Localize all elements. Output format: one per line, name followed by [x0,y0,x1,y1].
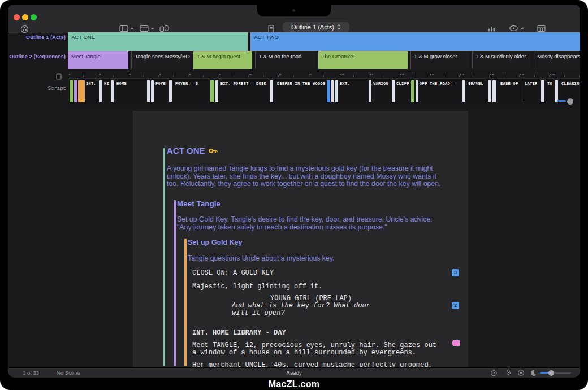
scene-bar[interactable] [335,80,338,102]
dialogue-line[interactable]: will it open? [232,309,285,317]
sequence-block-label: Meet Tangle [71,53,101,59]
scene-heading-line[interactable]: INT. HOME LIBRARY - DAY [192,329,286,337]
act-heading[interactable]: ACT ONE [167,146,218,155]
timer-icon[interactable] [490,369,498,376]
scene-bar[interactable] [488,80,491,102]
script-scene-strip[interactable]: INT.KIHOMEFOYEFOYER - SEXT. FOREST - DUS… [68,78,580,105]
sequence-block[interactable]: T & M begin quest [193,51,252,69]
sequence-block-label: Tangle sees Mossy/BOOM [135,53,190,59]
outline-selector-value: Outline 1 (Acts) [291,24,334,31]
zoom-window-button[interactable] [31,14,37,20]
act-block[interactable]: ACT TWO [250,32,580,51]
synopsis-line: Set up Gold Key. Tangle's desire to find… [177,216,433,224]
sequence-block[interactable]: Mossy disappears [534,51,580,69]
camera-dot [292,9,295,12]
action-line[interactable]: Meet TANGLE, 12, precocious eyes, unruly… [192,341,436,349]
shot-line[interactable]: CLOSE ON: A GOLD KEY [192,269,274,277]
act-block-label: ACT TWO [254,34,278,40]
scene-heading-label: LATER [525,81,538,86]
beat-synopsis[interactable]: Tangle questions Uncle about a mysteriou… [188,255,335,263]
scene-bar[interactable] [99,80,102,102]
ruler-ticks [68,75,580,77]
beat-heading[interactable]: Set up Gold Key [188,239,243,246]
sequence-block[interactable]: The Creature! [318,51,408,69]
scene-bar[interactable] [369,80,371,102]
index-cards-icon[interactable] [159,25,169,32]
sequence-block-label: The Creature! [322,53,355,59]
scene-bar[interactable] [524,80,524,102]
sequence-block[interactable]: T & M on the road [255,51,315,69]
scene-heading-label: CLIFF [396,81,409,86]
timeline-script-row: Script INT.KIHOMEFOYEFOYER - SEXT. FORES… [8,78,580,105]
minimize-window-button[interactable] [22,14,28,20]
stats-chart-button[interactable] [487,25,496,32]
scene-bar[interactable] [462,80,465,102]
act-color-bar [163,148,165,366]
editor-area: ACT ONE A young girl named Tangle longs … [8,105,580,368]
synopsis-line: "Any journey taken solely to reach a des… [177,224,433,232]
scene-bar[interactable] [331,80,334,102]
scene-heading-label: EXT. FOREST - DUSK [220,81,266,86]
scene-heading-label: FOYE [155,81,166,86]
scene-heading-label: VARIOU [373,81,388,86]
window-layout-button[interactable] [140,25,154,32]
act-synopsis[interactable]: A young girl named Tangle longs to find … [167,165,440,188]
scene-bar[interactable] [111,80,114,102]
note-badge-2[interactable]: 2 [452,302,459,309]
view-options-button[interactable] [509,25,524,32]
scene-bar[interactable] [416,80,418,102]
scene-heading-label: INT. [86,81,96,86]
scene-heading-label: CLEARING [561,81,580,86]
scene-bar[interactable] [327,80,330,102]
timeline-zoom-knob[interactable] [567,98,573,105]
focus-mode-icon[interactable] [517,369,525,376]
scene-bar[interactable] [78,80,85,102]
action-line[interactable]: Majestic, light glinting off it. [192,283,322,291]
scene-bar[interactable] [270,80,273,102]
scene-bar[interactable] [151,80,154,102]
character-line[interactable]: YOUNG GIRL (PRE-LAP) [270,294,352,302]
pink-note-tag[interactable] [452,340,460,346]
sequence-color-bar [174,200,176,366]
dark-mode-moon-icon[interactable] [530,369,537,376]
act-block[interactable]: ACT ONE [68,32,248,51]
outline-selector-dropdown[interactable]: Outline 1 (Acts) [283,22,349,32]
scene-bar[interactable] [74,80,77,102]
sequence-block[interactable]: Meet Tangle [68,51,128,69]
close-window-button[interactable] [14,14,20,20]
laptop-frame: Outline 1 (Acts) Outline 1 (Acts) ACT [0,0,588,390]
sequence-block[interactable]: T & M grow closer [410,51,469,69]
scene-bar[interactable] [70,80,74,102]
scene-bar[interactable] [215,80,218,102]
scene-bar[interactable] [392,80,395,102]
outline-document-icon[interactable] [268,25,274,33]
scene-bar[interactable] [555,80,558,102]
script-page[interactable]: ACT ONE A young girl named Tangle longs … [133,111,468,368]
sequence-heading[interactable]: Meet Tangle [177,200,220,208]
scene-bar[interactable] [492,80,496,102]
action-line[interactable]: a window of a house on a hill surrounded… [192,349,416,357]
table-view-button[interactable] [537,25,546,32]
sequence-block[interactable]: Tangle sees Mossy/BOOM [131,51,190,69]
script-collapse-icon[interactable] [56,73,62,80]
up-down-chevrons-icon [337,24,341,30]
sidebar-toggle-button[interactable] [119,25,134,32]
sequence-synopsis[interactable]: Set up Gold Key. Tangle's desire to find… [177,216,433,231]
scene-bar[interactable] [411,80,414,102]
scene-bar[interactable] [210,80,214,102]
scene-heading-label: OFF THE ROAD - [420,81,455,86]
watermark: MacZL.com [0,379,588,389]
dialogue-line[interactable]: And what is the key for? What door [232,302,370,310]
key-emoji [209,147,218,155]
timeline-zoom-track[interactable] [557,100,566,102]
microphone-icon[interactable] [505,369,512,376]
note-badge-3[interactable]: 3 [452,269,459,276]
scene-heading-label: EXT. [340,81,350,86]
scene-bar[interactable] [169,80,172,102]
scene-heading-label: HOME [116,81,127,86]
sequence-block[interactable]: T & M suddenly older [472,51,531,69]
sequence-block-label: Mossy disappears [537,53,580,59]
scene-bar[interactable] [541,80,544,102]
zoom-slider-knob[interactable] [548,370,554,376]
scene-bar[interactable] [147,80,150,102]
